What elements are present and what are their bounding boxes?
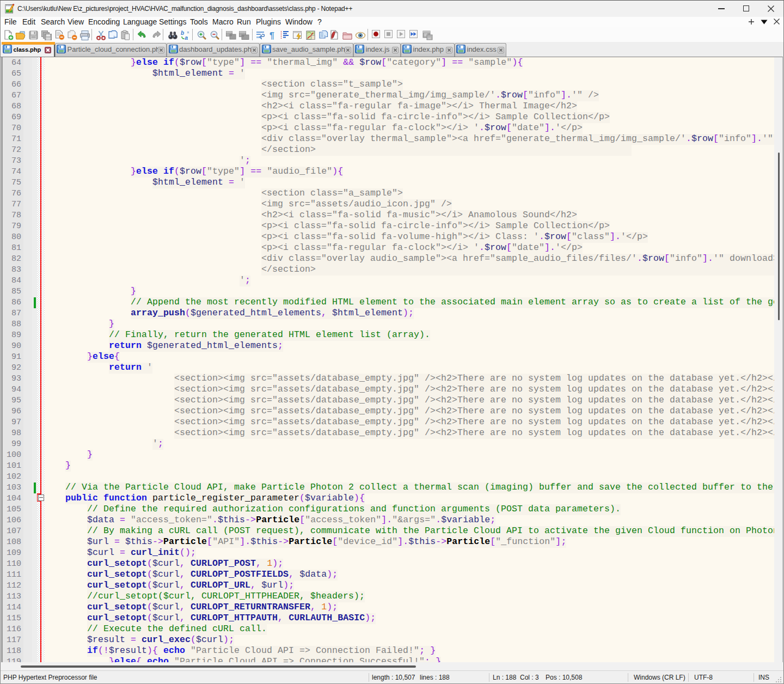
svg-text:a: a <box>185 34 188 41</box>
svg-text:uc: uc <box>428 36 431 40</box>
svg-text:b: b <box>181 30 184 36</box>
svg-text:¶: ¶ <box>270 31 274 40</box>
